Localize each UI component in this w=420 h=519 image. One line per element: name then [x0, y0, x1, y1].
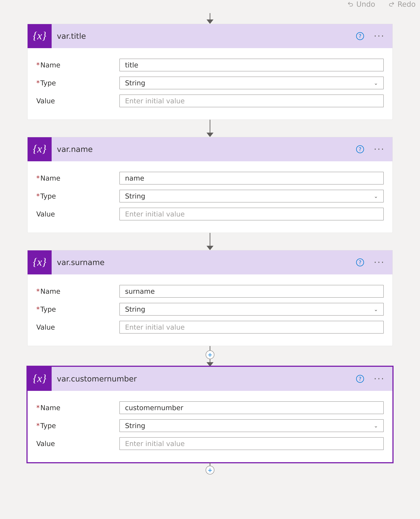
name-input[interactable] — [120, 401, 384, 414]
redo-icon — [388, 1, 395, 8]
chevron-down-icon: ⌄ — [374, 193, 378, 199]
type-select[interactable]: String ⌄ — [120, 76, 384, 89]
step-header[interactable]: {x} var.name ? ··· — [28, 137, 392, 161]
insert-step-button[interactable]: + — [206, 466, 214, 474]
value-label: Value — [36, 97, 120, 105]
redo-button[interactable]: Redo — [388, 0, 416, 8]
name-label: *Name — [36, 61, 120, 69]
type-label: *Type — [36, 192, 120, 200]
ellipsis-icon[interactable]: ··· — [373, 34, 386, 38]
variable-icon: {x} — [28, 367, 52, 391]
help-icon[interactable]: ? — [356, 375, 364, 383]
type-select[interactable]: String ⌄ — [120, 419, 384, 432]
variable-icon: {x} — [28, 137, 52, 161]
type-select[interactable]: String ⌄ — [120, 303, 384, 316]
trailing-connector: + — [206, 462, 214, 474]
connector — [207, 120, 213, 137]
step-title: var.name — [52, 145, 356, 154]
type-label: *Type — [36, 305, 120, 313]
value-label: Value — [36, 323, 120, 331]
type-label: *Type — [36, 422, 120, 430]
chevron-down-icon: ⌄ — [374, 80, 378, 86]
ellipsis-icon[interactable]: ··· — [373, 147, 386, 151]
name-input[interactable] — [120, 59, 384, 71]
redo-label: Redo — [398, 0, 416, 8]
undo-label: Undo — [356, 0, 375, 8]
flow-step[interactable]: {x} var.name ? ··· *Name *Type String ⌄ — [27, 137, 393, 233]
type-select[interactable]: String ⌄ — [120, 190, 384, 202]
insert-step-button[interactable]: + — [206, 350, 214, 359]
name-input[interactable] — [120, 285, 384, 298]
step-body: *Name *Type String ⌄ Value — [28, 161, 392, 233]
step-body: *Name *Type String ⌄ Value — [28, 391, 392, 462]
step-header[interactable]: {x} var.title ? ··· — [28, 24, 392, 48]
svg-text:{x}: {x} — [33, 256, 46, 268]
name-label: *Name — [36, 174, 120, 182]
step-title: var.title — [52, 32, 356, 41]
name-input[interactable] — [120, 172, 384, 184]
flow-step[interactable]: {x} var.customernumber ? ··· *Name *Type… — [27, 366, 393, 462]
step-title: var.customernumber — [52, 374, 356, 383]
svg-text:{x}: {x} — [33, 143, 46, 155]
help-icon[interactable]: ? — [356, 259, 364, 266]
svg-text:{x}: {x} — [33, 372, 46, 384]
step-body: *Name *Type String ⌄ Value — [28, 48, 392, 120]
svg-text:{x}: {x} — [33, 30, 46, 42]
variable-icon: {x} — [28, 250, 52, 275]
incoming-connector — [207, 13, 213, 24]
value-label: Value — [36, 210, 120, 218]
value-label: Value — [36, 440, 120, 448]
chevron-down-icon: ⌄ — [374, 423, 378, 429]
step-title: var.surname — [52, 258, 356, 267]
flow-canvas: {x} var.title ? ··· *Name *Type String ⌄ — [0, 13, 420, 474]
ellipsis-icon[interactable]: ··· — [373, 377, 386, 381]
step-header[interactable]: {x} var.customernumber ? ··· — [28, 367, 392, 391]
connector-with-insert: + — [206, 346, 214, 366]
name-label: *Name — [36, 287, 120, 295]
ellipsis-icon[interactable]: ··· — [373, 261, 386, 264]
undo-icon — [347, 1, 354, 8]
flow-step[interactable]: {x} var.title ? ··· *Name *Type String ⌄ — [27, 24, 393, 120]
step-body: *Name *Type String ⌄ Value — [28, 275, 392, 346]
help-icon[interactable]: ? — [356, 145, 364, 153]
name-label: *Name — [36, 404, 120, 412]
value-input[interactable] — [120, 208, 384, 220]
chevron-down-icon: ⌄ — [374, 306, 378, 312]
value-input[interactable] — [120, 95, 384, 107]
undo-button[interactable]: Undo — [347, 0, 375, 8]
connector — [207, 233, 213, 250]
flow-step[interactable]: {x} var.surname ? ··· *Name *Type String… — [27, 250, 393, 346]
step-header[interactable]: {x} var.surname ? ··· — [28, 250, 392, 275]
value-input[interactable] — [120, 321, 384, 334]
value-input[interactable] — [120, 437, 384, 450]
toolbar: Undo Redo — [0, 0, 420, 13]
help-icon[interactable]: ? — [356, 32, 364, 40]
variable-icon: {x} — [28, 24, 52, 48]
type-label: *Type — [36, 79, 120, 87]
